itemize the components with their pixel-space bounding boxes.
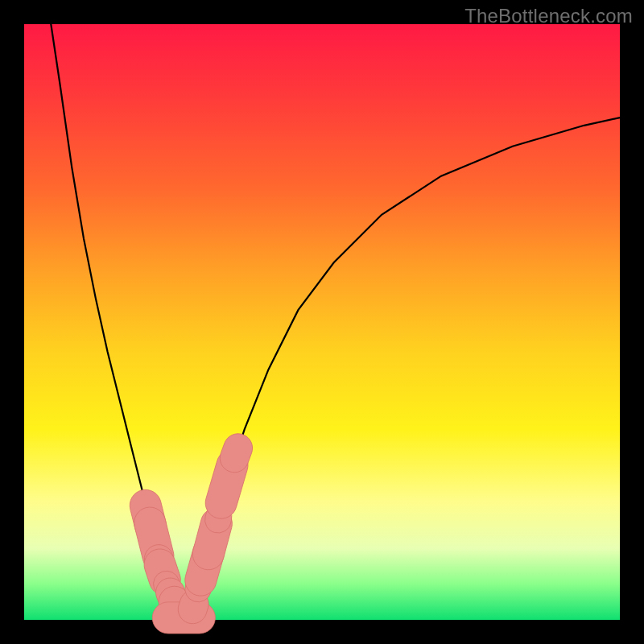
curves-svg (24, 24, 620, 620)
series-right-curve (188, 118, 620, 617)
plot-area (24, 24, 620, 620)
chart-frame: TheBottleneck.com (0, 0, 644, 644)
